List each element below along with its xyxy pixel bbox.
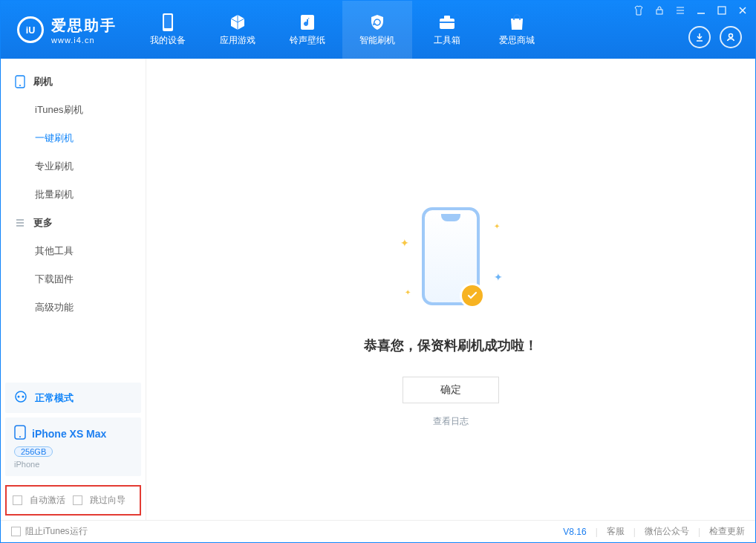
svg-point-11 [19,85,21,86]
device-phone-icon [14,425,26,442]
svg-point-13 [18,396,20,398]
svg-rect-5 [444,16,450,19]
separator: | [596,527,598,537]
checkbox-skip-guide[interactable] [73,495,82,505]
body: 刷机 iTunes刷机 一键刷机 专业刷机 批量刷机 更多 其他工具 下载固件 … [1,59,755,520]
sidebar-category-label: 更多 [33,216,53,230]
version-label: V8.16 [563,527,586,537]
system-buttons [633,5,748,16]
success-illustration: ✦ ✦ ✦ ✦ [391,207,510,319]
footer-link-wechat[interactable]: 微信公众号 [645,525,689,538]
tab-toolbox[interactable]: 工具箱 [412,1,482,59]
sidebar-category-more: 更多 [1,209,146,237]
mode-icon [14,390,27,406]
sidebar-items: 刷机 iTunes刷机 一键刷机 专业刷机 批量刷机 更多 其他工具 下载固件 … [1,59,146,378]
sparkle-icon: ✦ [494,222,500,230]
footer-link-update[interactable]: 检查更新 [709,525,745,538]
tab-label: 爱思商城 [499,34,535,47]
svg-rect-6 [440,22,454,23]
checkbox-block-itunes[interactable] [11,527,21,536]
checkbox-auto-activate[interactable] [13,495,22,505]
tab-label: 我的设备 [150,34,186,47]
checkbox-label: 自动激活 [30,494,65,507]
success-check-icon [460,283,485,308]
device-icon [159,13,177,31]
list-icon [14,217,26,229]
svg-text:iU: iU [26,25,36,36]
svg-point-12 [16,391,26,402]
checkbox-label: 阻止iTunes运行 [25,525,88,538]
sidebar-category-label: 刷机 [33,75,53,88]
separator: | [698,527,700,537]
app-logo-icon: iU [17,16,44,43]
sparkle-icon: ✦ [405,288,411,296]
tab-apps-games[interactable]: 应用游戏 [203,1,273,59]
shopping-bag-icon [508,13,526,31]
device-storage-badge: 256GB [14,446,53,457]
minimize-icon[interactable] [696,5,706,16]
sidebar-item-batch-flash[interactable]: 批量刷机 [1,181,146,209]
svg-rect-2 [164,15,172,28]
user-icon[interactable] [720,26,742,48]
tshirt-icon[interactable] [633,5,644,16]
maximize-icon[interactable] [717,5,727,16]
tab-store[interactable]: 爱思商城 [482,1,552,59]
app-window: iU 爱思助手 www.i4.cn 我的设备 应用游戏 铃声壁纸 智能刷 [0,0,756,543]
svg-point-14 [22,396,25,398]
header-circle-buttons [688,26,742,48]
checkbox-label: 跳过向导 [90,494,126,507]
sidebar-item-itunes-flash[interactable]: iTunes刷机 [1,96,146,124]
mode-panel[interactable]: 正常模式 [5,383,141,413]
menu-icon[interactable] [675,5,685,16]
logo-block: iU 爱思助手 www.i4.cn [1,1,133,59]
sidebar-category-flash: 刷机 [1,68,146,96]
footer: 阻止iTunes运行 V8.16 | 客服 | 微信公众号 | 检查更新 [1,520,755,542]
sidebar-item-pro-flash[interactable]: 专业刷机 [1,152,146,181]
header: iU 爱思助手 www.i4.cn 我的设备 应用游戏 铃声壁纸 智能刷 [1,1,755,59]
shield-refresh-icon [368,13,386,31]
sparkle-icon: ✦ [494,271,503,283]
svg-point-9 [729,34,733,38]
option-checkrow: 自动激活 跳过向导 [5,485,141,516]
sparkle-icon: ✦ [400,237,409,249]
svg-rect-7 [656,10,662,14]
app-name: 爱思助手 [51,16,117,36]
close-icon[interactable] [737,5,748,16]
success-message: 恭喜您，保资料刷机成功啦！ [364,336,538,354]
svg-rect-8 [718,7,726,14]
tab-my-device[interactable]: 我的设备 [133,1,203,59]
device-name: iPhone XS Max [32,428,106,440]
phone-icon [14,76,26,88]
tab-label: 工具箱 [434,34,460,47]
mode-label: 正常模式 [35,391,74,405]
ok-button[interactable]: 确定 [403,377,499,403]
download-icon[interactable] [688,26,711,48]
svg-point-16 [19,436,21,438]
device-type: iPhone [14,460,132,469]
main-tabbar: 我的设备 应用游戏 铃声壁纸 智能刷机 工具箱 爱思商城 [133,1,552,59]
sidebar-item-download-firmware[interactable]: 下载固件 [1,265,146,293]
tab-ringtone-wallpaper[interactable]: 铃声壁纸 [273,1,342,59]
content-area: ✦ ✦ ✦ ✦ 恭喜您，保资料刷机成功啦！ 确定 查看日志 [146,59,755,520]
toolbox-icon [438,13,456,31]
svg-rect-4 [440,19,454,29]
separator: | [633,527,636,537]
tab-label: 铃声壁纸 [290,34,325,47]
lock-icon[interactable] [654,5,665,16]
tab-label: 应用游戏 [220,34,255,47]
sidebar-item-oneclick-flash[interactable]: 一键刷机 [1,124,146,152]
sidebar-item-other-tools[interactable]: 其他工具 [1,237,146,265]
tab-label: 智能刷机 [359,34,395,47]
device-panel[interactable]: iPhone XS Max 256GB iPhone [5,417,141,476]
music-note-icon [299,13,316,31]
cube-icon [229,13,247,31]
tab-smart-flash[interactable]: 智能刷机 [342,1,412,59]
app-site: www.i4.cn [51,36,117,45]
sidebar-item-advanced[interactable]: 高级功能 [1,293,146,322]
footer-left: 阻止iTunes运行 [11,525,563,538]
sidebar: 刷机 iTunes刷机 一键刷机 专业刷机 批量刷机 更多 其他工具 下载固件 … [1,59,146,520]
footer-link-service[interactable]: 客服 [607,525,625,538]
view-log-link[interactable]: 查看日志 [433,415,469,428]
